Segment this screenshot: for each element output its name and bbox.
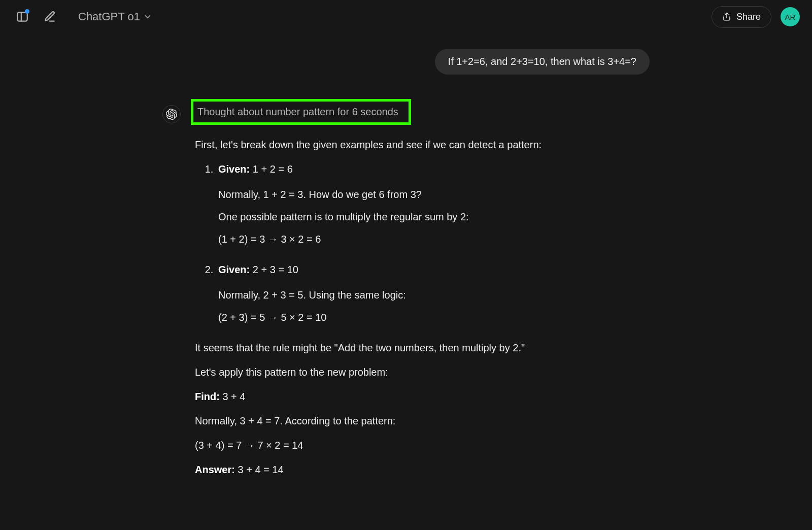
edit-icon bbox=[43, 10, 56, 23]
svg-rect-0 bbox=[17, 12, 27, 21]
thought-text: Thought about number pattern for 6 secon… bbox=[197, 106, 398, 117]
calc-line: (3 + 4) = 7 → 7 × 2 = 14 bbox=[195, 437, 650, 454]
explain-line: One possible pattern is to multiply the … bbox=[218, 208, 650, 225]
answer-equation: 3 + 4 = 14 bbox=[235, 464, 284, 475]
given-equation: 2 + 3 = 10 bbox=[250, 264, 298, 275]
share-icon bbox=[722, 12, 731, 21]
notification-dot-icon bbox=[25, 9, 29, 14]
user-message-text: If 1+2=6, and 2+3=10, then what is 3+4=? bbox=[448, 56, 636, 67]
chevron-down-icon bbox=[143, 12, 152, 21]
response-intro: First, let's break down the given exampl… bbox=[195, 136, 650, 153]
model-label: ChatGPT o1 bbox=[78, 10, 140, 23]
thought-duration-badge[interactable]: Thought about number pattern for 6 secon… bbox=[191, 99, 411, 125]
conversation-area: If 1+2=6, and 2+3=10, then what is 3+4=?… bbox=[152, 34, 660, 485]
given-label: Given: bbox=[218, 163, 250, 175]
list-item: Given: 1 + 2 = 6 Normally, 1 + 2 = 3. Ho… bbox=[216, 160, 650, 248]
user-message-bubble[interactable]: If 1+2=6, and 2+3=10, then what is 3+4=? bbox=[435, 49, 650, 75]
explain-line: Normally, 1 + 2 = 3. How do we get 6 fro… bbox=[218, 186, 650, 203]
user-message-row: If 1+2=6, and 2+3=10, then what is 3+4=? bbox=[162, 49, 650, 75]
app-header: ChatGPT o1 Share AR bbox=[0, 0, 812, 34]
header-left-group: ChatGPT o1 bbox=[13, 7, 157, 26]
user-avatar[interactable]: AR bbox=[781, 7, 800, 26]
answer-label: Answer: bbox=[195, 464, 235, 475]
new-chat-button[interactable] bbox=[41, 8, 59, 26]
assistant-body: Thought about number pattern for 6 secon… bbox=[195, 99, 650, 485]
find-line: Find: 3 + 4 bbox=[195, 388, 650, 405]
assistant-response: First, let's break down the given exampl… bbox=[195, 136, 650, 478]
explain-line: (2 + 3) = 5 → 5 × 2 = 10 bbox=[218, 309, 650, 326]
share-button[interactable]: Share bbox=[712, 6, 771, 28]
explain-line: Normally, 2 + 3 = 5. Using the same logi… bbox=[218, 286, 650, 304]
model-selector[interactable]: ChatGPT o1 bbox=[73, 7, 157, 26]
find-label: Find: bbox=[195, 391, 220, 402]
openai-logo-icon bbox=[166, 109, 177, 120]
given-equation: 1 + 2 = 6 bbox=[250, 163, 293, 175]
list-item: Given: 2 + 3 = 10 Normally, 2 + 3 = 5. U… bbox=[216, 261, 650, 326]
find-equation: 3 + 4 bbox=[220, 391, 246, 402]
explain-line: (1 + 2) = 3 → 3 × 2 = 6 bbox=[218, 230, 650, 248]
given-label: Given: bbox=[218, 264, 250, 275]
assistant-message-row: Thought about number pattern for 6 secon… bbox=[162, 99, 650, 485]
share-label: Share bbox=[736, 12, 761, 22]
assistant-avatar bbox=[162, 105, 181, 123]
rule-text: It seems that the rule might be "Add the… bbox=[195, 339, 650, 356]
header-right-group: Share AR bbox=[712, 6, 800, 28]
response-list: Given: 1 + 2 = 6 Normally, 1 + 2 = 3. Ho… bbox=[195, 160, 650, 326]
sidebar-toggle-button[interactable] bbox=[13, 8, 31, 26]
avatar-initials: AR bbox=[785, 13, 796, 21]
normally-line: Normally, 3 + 4 = 7. According to the pa… bbox=[195, 412, 650, 429]
apply-text: Let's apply this pattern to the new prob… bbox=[195, 363, 650, 381]
answer-line: Answer: 3 + 4 = 14 bbox=[195, 461, 650, 478]
